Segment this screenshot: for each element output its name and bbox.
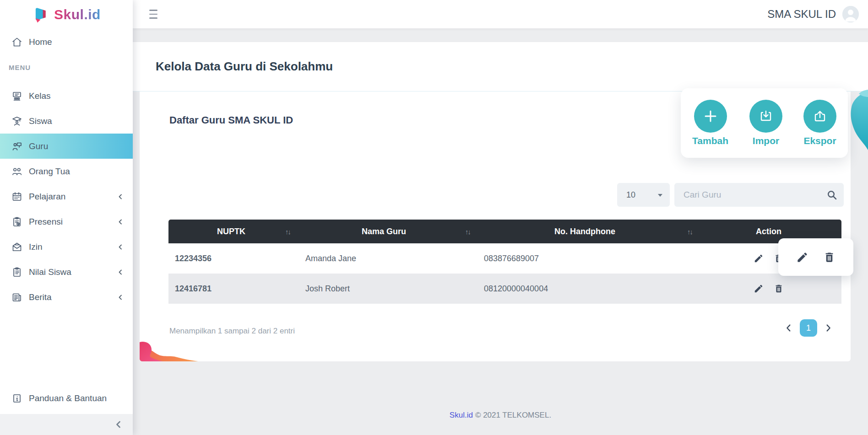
page-heading-band: Kelola Data Guru di Sekolahmu (133, 42, 868, 91)
footer: Skul.id© 2021 TELKOMSEL. (133, 411, 868, 420)
import-icon (758, 108, 774, 124)
page-size-select[interactable]: 10 (617, 183, 670, 207)
cell-nama-guru: Amanda Jane (294, 243, 474, 274)
hamburger-menu-icon[interactable] (149, 10, 157, 19)
search-input[interactable] (674, 183, 844, 207)
izin-icon (11, 241, 23, 253)
presensi-icon (11, 216, 23, 228)
cell-no-handphone: 08120000040004 (474, 274, 696, 304)
sort-icon[interactable]: ↑↓ (687, 228, 692, 236)
sidebar-item-home[interactable]: Home (0, 30, 133, 54)
sidebar-collapse-bar[interactable] (0, 414, 133, 435)
nilai-siswa-icon (11, 266, 23, 278)
table-info-text: Menampilkan 1 sampai 2 dari 2 entri (169, 327, 295, 336)
sidebar-item-kelas[interactable]: Kelas (0, 83, 133, 108)
ekspor-button[interactable]: Ekspor (803, 100, 836, 146)
sidebar-item-panduan-bantuan[interactable]: Panduan & Bantuan (0, 387, 133, 410)
tambah-button[interactable]: Tambah (692, 100, 728, 146)
teal-wave-decoration (847, 90, 868, 158)
table-header-row: NUPTK ↑↓ Nama Guru ↑↓ No. Handphone ↑↓ A… (168, 220, 841, 243)
pink-wave-decoration (140, 340, 198, 361)
table-row: 12416781 Josh Robert 08120000040004 (168, 274, 841, 304)
delete-trash-icon[interactable] (774, 284, 784, 294)
column-header-nuptk[interactable]: NUPTK ↑↓ (168, 220, 294, 243)
cell-no-handphone: 083876689007 (474, 243, 696, 274)
skulid-logo-icon (32, 5, 51, 24)
export-icon (812, 108, 828, 124)
school-name: SMA SKUL ID (767, 8, 836, 21)
sidebar-item-izin[interactable]: Izin (0, 234, 133, 259)
sidebar-item-pelajaran[interactable]: Pelajaran (0, 184, 133, 209)
search-box (674, 183, 844, 207)
sort-icon[interactable]: ↑↓ (465, 228, 470, 236)
table-row: 12234356 Amanda Jane 083876689007 (168, 243, 841, 274)
next-page-icon[interactable] (823, 323, 833, 333)
brand-logo-text: Skul.id (54, 7, 101, 22)
edit-pencil-icon[interactable] (796, 251, 808, 263)
column-header-no-handphone[interactable]: No. Handphone ↑↓ (474, 220, 696, 243)
cell-nama-guru: Josh Robert (294, 274, 474, 304)
cell-action (696, 274, 841, 304)
chevron-left-icon (117, 269, 124, 275)
orang-tua-icon (11, 166, 23, 177)
avatar[interactable] (842, 6, 859, 22)
sidebar-nav: Kelas Siswa Guru (0, 83, 133, 310)
brand-logo[interactable]: Skul.id (0, 3, 133, 27)
sidebar: Skul.id Home MENU Kelas (0, 0, 133, 435)
siswa-icon (11, 115, 23, 127)
row-action-popup (778, 238, 853, 276)
previous-page-icon[interactable] (784, 323, 794, 333)
chevron-left-icon (117, 294, 124, 301)
toolbar-card: Tambah Impor Ekspor (681, 88, 848, 158)
column-header-nama-guru[interactable]: Nama Guru ↑↓ (294, 220, 474, 243)
cell-nuptk: 12416781 (168, 274, 294, 304)
sidebar-item-berita[interactable]: Berita (0, 285, 133, 310)
edit-pencil-icon[interactable] (754, 253, 764, 263)
search-icon[interactable] (826, 189, 837, 200)
chevron-left-icon (117, 244, 124, 250)
topbar: SMA SKUL ID (133, 0, 868, 28)
guru-icon (11, 140, 23, 152)
chevron-left-icon (117, 219, 124, 225)
footer-brand-link[interactable]: Skul.id (450, 411, 473, 419)
chevron-left-icon (117, 193, 124, 200)
edit-pencil-icon[interactable] (754, 284, 764, 294)
caret-down-icon (658, 194, 662, 197)
sidebar-item-siswa[interactable]: Siswa (0, 108, 133, 134)
page-size-value: 10 (626, 190, 635, 200)
guru-table: NUPTK ↑↓ Nama Guru ↑↓ No. Handphone ↑↓ A… (168, 220, 841, 304)
collapse-chevron-icon (114, 420, 123, 429)
sort-icon[interactable]: ↑↓ (285, 228, 290, 236)
app-root: SMA SKUL ID Kelola Data Guru di Sekolahm… (0, 0, 868, 435)
sidebar-section-heading: MENU (9, 64, 31, 71)
kelas-icon (11, 90, 23, 102)
plus-icon (703, 108, 718, 124)
topbar-user-area[interactable]: SMA SKUL ID (767, 0, 859, 28)
sidebar-item-orang-tua[interactable]: Orang Tua (0, 159, 133, 184)
sidebar-item-guru[interactable]: Guru (0, 134, 133, 159)
footer-copyright: © 2021 TELKOMSEL. (475, 411, 551, 419)
card-title: Daftar Guru SMA SKUL ID (169, 114, 293, 126)
page-number-button[interactable]: 1 (800, 319, 817, 337)
cell-nuptk: 12234356 (168, 243, 294, 274)
info-icon (11, 392, 23, 404)
page-title: Kelola Data Guru di Sekolahmu (156, 59, 333, 74)
berita-icon (11, 291, 23, 303)
sidebar-item-presensi[interactable]: Presensi (0, 209, 133, 234)
sidebar-item-nilai-siswa[interactable]: Nilai Siswa (0, 259, 133, 285)
pelajaran-icon (11, 191, 23, 203)
home-icon (11, 36, 23, 48)
user-silhouette-icon (842, 6, 859, 22)
pagination: 1 (784, 319, 833, 337)
delete-trash-icon[interactable] (823, 251, 835, 263)
impor-button[interactable]: Impor (749, 100, 782, 146)
